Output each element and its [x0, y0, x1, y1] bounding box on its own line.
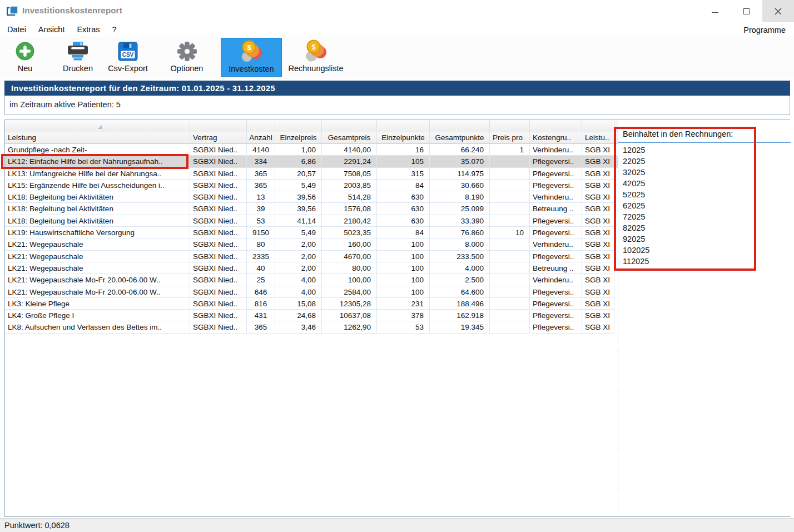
- band-cell: [530, 120, 582, 132]
- table-cell: SGB XI: [582, 321, 614, 333]
- table-cell: 40: [247, 262, 275, 274]
- table-cell: 5023,35: [322, 227, 377, 238]
- table-cell: 4,00: [275, 274, 322, 286]
- table-cell: Pflegeversi..: [530, 321, 582, 333]
- table-cell: Pflegeversi..: [530, 180, 582, 191]
- table-cell: LK21: Wegepauschale: [5, 251, 190, 262]
- toolbar-button-rechnungsliste[interactable]: $Rechnungsliste: [285, 38, 347, 77]
- column-header-anzahl[interactable]: Anzahl: [247, 132, 275, 143]
- table-cell: 162.918: [430, 310, 490, 321]
- table-cell: 365: [247, 180, 275, 191]
- table-cell: [490, 274, 530, 286]
- close-button[interactable]: [762, 0, 794, 22]
- toolbar-button-investkosten[interactable]: $Investkosten: [221, 38, 282, 77]
- table-cell: 1576,08: [322, 203, 377, 215]
- column-header-gesamtpreis[interactable]: Gesamtpreis: [322, 132, 377, 143]
- sort-ascending-icon: [98, 125, 102, 129]
- table-cell: 30.660: [430, 180, 490, 191]
- table-cell: 25.099: [430, 203, 490, 215]
- table-cell: SGB XI: [582, 286, 614, 298]
- column-header-leistu[interactable]: Leistu..: [582, 132, 614, 143]
- table-cell: [490, 286, 530, 298]
- table-cell: 80,00: [322, 262, 377, 274]
- table-cell: 84: [377, 180, 430, 191]
- toolbar-button-label: Investkosten: [229, 64, 274, 73]
- toolbar-button-drucken[interactable]: Drucken: [56, 38, 100, 77]
- table-cell: SGBXI Nied..: [190, 227, 247, 238]
- menu-item-extras[interactable]: Extras: [71, 24, 106, 35]
- menu-item-programme[interactable]: Programme: [741, 24, 788, 36]
- table-cell: 24,68: [275, 310, 322, 321]
- band-cell: [322, 120, 377, 132]
- table-cell: 35.070: [430, 156, 490, 167]
- minimize-icon: [712, 12, 718, 13]
- toolbar-button-optionen[interactable]: Optionen: [167, 38, 207, 77]
- active-patients-line: im Zeitraum aktive Patienten: 5: [4, 96, 790, 115]
- table-cell: SGB XI: [582, 274, 614, 286]
- menu-item-[interactable]: ?: [106, 24, 123, 35]
- band-cell: [490, 120, 530, 132]
- band-cell: [275, 120, 322, 132]
- table-cell: 8.190: [430, 191, 490, 203]
- table-cell: 33.390: [430, 215, 490, 227]
- table-cell: 514,28: [322, 191, 377, 203]
- column-header-gesamtpunkte[interactable]: Gesamtpunkte: [430, 132, 490, 143]
- column-header-vertrag[interactable]: Vertrag: [190, 132, 247, 143]
- coins-icon: $: [303, 39, 329, 63]
- table-cell: 2,00: [275, 238, 322, 250]
- table-cell: LK21: Wegepauschale: [5, 262, 190, 274]
- column-header-leistung[interactable]: Leistung: [5, 132, 190, 143]
- table-cell: 39,56: [275, 191, 322, 203]
- table-cell: 1262,90: [322, 321, 377, 333]
- table-cell: Verhinderu..: [530, 144, 582, 156]
- table-cell: 25: [247, 274, 275, 286]
- table-cell: 2584,00: [322, 286, 377, 298]
- table-cell: 2,00: [275, 251, 322, 262]
- gear-icon: [177, 39, 197, 63]
- table-cell: SGBXI Nied..: [190, 298, 247, 310]
- table-cell: LK18: Begleitung bei Aktivitäten: [5, 215, 190, 227]
- table-cell: 39: [247, 203, 275, 215]
- table-cell: 3,46: [275, 321, 322, 333]
- table-cell: SGBXI Nied..: [190, 310, 247, 321]
- table-cell: 66.240: [430, 144, 490, 156]
- column-header-kostengru[interactable]: Kostengru..: [530, 132, 582, 143]
- table-cell: Pflegeversi..: [530, 156, 582, 167]
- menu-item-ansicht[interactable]: Ansicht: [32, 24, 71, 35]
- minimize-button[interactable]: [699, 0, 731, 22]
- table-cell: 100: [377, 251, 430, 262]
- table-cell: 630: [377, 215, 430, 227]
- table-cell: 4,00: [275, 286, 322, 298]
- column-header-einzelpreis[interactable]: Einzelpreis: [275, 132, 322, 143]
- toolbar-button-label: Neu: [18, 64, 33, 73]
- app-window-icon: [7, 5, 19, 17]
- table-cell: LK8: Aufsuchen und Verlassen des Bettes …: [5, 321, 190, 333]
- column-header-preispro[interactable]: Preis pro: [490, 132, 530, 143]
- table-cell: 378: [377, 310, 430, 321]
- plus-icon: [15, 39, 35, 63]
- svg-text:CSV: CSV: [122, 52, 134, 58]
- table-cell: LK18: Begleitung bei Aktivitäten: [5, 203, 190, 215]
- toolbar-button-csv-export[interactable]: CSVCsv-Export: [105, 38, 151, 77]
- toolbar-button-neu[interactable]: Neu: [9, 38, 41, 77]
- band-cell: [377, 120, 430, 132]
- table-cell: LK18: Begleitung bei Aktivitäten: [5, 191, 190, 203]
- table-cell: 20,57: [275, 168, 322, 180]
- table-cell: SGBXI Nied..: [190, 144, 247, 156]
- table-cell: SGB XI: [582, 144, 614, 156]
- table-cell: 315: [377, 168, 430, 180]
- table-cell: SGBXI Nied..: [190, 215, 247, 227]
- maximize-button[interactable]: [731, 0, 762, 22]
- column-header-einzelpunkte[interactable]: Einzelpunkte: [377, 132, 430, 143]
- table-cell: Pflegeversi..: [530, 286, 582, 298]
- menu-item-datei[interactable]: Datei: [1, 24, 32, 35]
- table-cell: Verhinderu..: [530, 274, 582, 286]
- table-cell: 84: [377, 227, 430, 238]
- status-punktwert: Punktwert: 0,0628: [4, 521, 70, 530]
- table-cell: LK19: Hauswirtschaftliche Versorgung: [5, 227, 190, 238]
- annotation-box-selected-row: [1, 154, 188, 169]
- table-cell: SGB XI: [582, 156, 614, 167]
- table-cell: SGB XI: [582, 203, 614, 215]
- table-cell: 365: [247, 168, 275, 180]
- table-cell: 160,00: [322, 238, 377, 250]
